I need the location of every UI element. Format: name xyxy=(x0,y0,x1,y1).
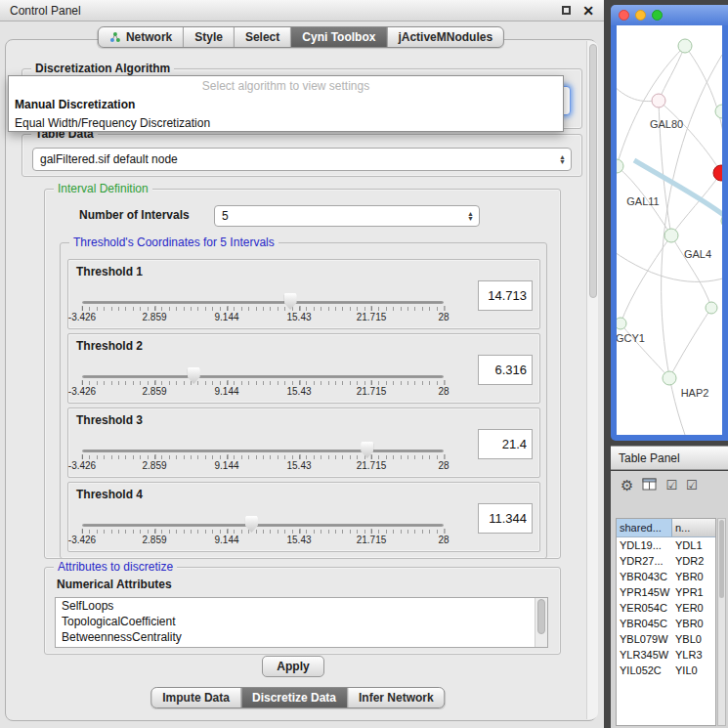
tick-label: -3.426 xyxy=(68,386,96,397)
slider-minor-ticks xyxy=(82,307,444,311)
dropdown-option-manual-discretization[interactable]: Manual Discretization xyxy=(9,95,563,113)
attributes-list-scrollbar[interactable] xyxy=(535,598,547,647)
minimize-traffic-light-icon[interactable] xyxy=(635,10,646,21)
tick-label: 28 xyxy=(438,535,449,545)
threshold-2-value-field[interactable] xyxy=(478,355,533,385)
close-icon[interactable]: ✕ xyxy=(582,4,594,18)
threshold-4-slider[interactable]: -3.426 2.859 9.144 15.43 21.715 28 xyxy=(82,520,444,547)
node-label-gal11: GAL11 xyxy=(626,195,659,207)
table-row[interactable]: YIL052C YIL0 xyxy=(617,663,715,678)
tick-label: 2.859 xyxy=(142,386,166,397)
tick-label: 15.43 xyxy=(286,386,311,397)
zoom-traffic-light-icon[interactable] xyxy=(652,10,663,21)
window-title: Control Panel xyxy=(10,4,81,18)
panel-scrollbar[interactable] xyxy=(586,41,598,719)
table-row[interactable]: YPR145W YPR1 xyxy=(617,584,715,600)
column-header-shared-name[interactable]: shared... xyxy=(617,519,672,536)
list-item-selfloops[interactable]: SelfLoops xyxy=(56,598,547,614)
tab-network[interactable]: Network xyxy=(99,27,183,47)
apply-button[interactable]: Apply xyxy=(262,656,324,677)
cell-shared-name: YDR27... xyxy=(617,555,672,567)
table-row[interactable]: YER054C YER0 xyxy=(617,600,715,616)
tick-label: 9.144 xyxy=(214,460,238,471)
tick-label: 28 xyxy=(438,460,449,471)
threshold-2-label: Threshold 2 xyxy=(76,339,143,353)
table-scrollbar[interactable] xyxy=(717,518,726,726)
attributes-scrollbar-thumb[interactable] xyxy=(537,599,545,634)
tab-impute-data[interactable]: Impute Data xyxy=(151,688,240,707)
network-node[interactable] xyxy=(706,302,717,314)
cell-name: YDL1 xyxy=(672,539,715,551)
table-data-combobox[interactable]: galFiltered.sif default node ▲▼ xyxy=(32,148,572,171)
number-of-intervals-combobox[interactable]: 5 ▲▼ xyxy=(214,205,480,227)
list-item-topologicalcoefficient[interactable]: TopologicalCoefficient xyxy=(56,614,547,629)
table-row[interactable]: YBR043C YBR0 xyxy=(617,569,715,584)
table-row[interactable]: YDR27... YDR2 xyxy=(617,553,715,569)
tab-discretize-data[interactable]: Discretize Data xyxy=(240,688,347,707)
tick-label: 2.859 xyxy=(142,535,166,545)
tab-discretize-data-label: Discretize Data xyxy=(252,691,336,705)
slider-track xyxy=(82,375,444,378)
dropdown-option-equal-width[interactable]: Equal Width/Frequency Discretization xyxy=(9,113,563,132)
tick-label: 21.715 xyxy=(357,312,387,322)
panel-scrollbar-thumb[interactable] xyxy=(589,44,597,298)
slider-track xyxy=(82,301,444,304)
tick-label: 21.715 xyxy=(357,386,387,397)
network-node[interactable] xyxy=(652,94,665,107)
threshold-4-value-field[interactable] xyxy=(478,503,533,534)
threshold-2-panel: Threshold 2 -3.426 2.859 9.144 15.43 21.… xyxy=(67,333,540,404)
close-traffic-light-icon[interactable] xyxy=(619,10,629,21)
tab-cyni-toolbox-label: Cyni Toolbox xyxy=(302,30,375,44)
threshold-3-slider[interactable]: -3.426 2.859 9.144 15.43 21.715 28 xyxy=(82,446,444,473)
column-header-name[interactable]: n... xyxy=(672,519,715,536)
threshold-3-value-field[interactable] xyxy=(478,429,533,459)
table-header-row: shared... n... xyxy=(617,519,715,537)
tick-label: -3.426 xyxy=(68,535,96,545)
cell-shared-name: YBR043C xyxy=(617,571,672,582)
gear-icon[interactable]: ⚙ xyxy=(621,478,633,492)
columns-icon[interactable] xyxy=(642,478,657,492)
columns-icon-glyph xyxy=(642,478,657,491)
cyni-bottom-tabbar: Impute Data Discretize Data Infer Networ… xyxy=(150,687,445,708)
threshold-1-slider[interactable]: -3.426 2.859 9.144 15.43 21.715 28 xyxy=(82,297,444,324)
highlighted-network-node[interactable] xyxy=(713,165,722,181)
slider-track xyxy=(82,450,444,452)
select-all-checkbox-icon[interactable]: ☑ xyxy=(665,479,677,492)
tab-style[interactable]: Style xyxy=(183,27,234,47)
network-canvas[interactable]: GAL80 GAL11 GAL4 GCY1 HAP2 xyxy=(617,25,722,435)
table-data-group: Table Data galFiltered.sif default node … xyxy=(21,134,582,177)
network-node[interactable] xyxy=(664,229,678,242)
table-row[interactable]: YBL079W YBL0 xyxy=(617,631,715,647)
list-item-betweennesscentrality[interactable]: BetweennessCentrality xyxy=(56,629,547,645)
number-of-intervals-value: 5 xyxy=(222,209,229,223)
table-toolbar: ⚙ ☑ ☑ xyxy=(621,478,698,492)
attributes-group: Attributes to discretize Numerical Attri… xyxy=(44,567,561,655)
network-node[interactable] xyxy=(663,371,676,385)
network-graph: GAL80 GAL11 GAL4 GCY1 HAP2 xyxy=(617,25,722,435)
numerical-attributes-list[interactable]: SelfLoops TopologicalCoefficient Between… xyxy=(55,597,548,648)
tick-label: 2.859 xyxy=(142,460,166,471)
table-row[interactable]: YLR345W YLR3 xyxy=(617,647,715,663)
network-node[interactable] xyxy=(678,39,692,53)
tab-jactivemnodules[interactable]: jActiveMNodules xyxy=(386,27,503,47)
threshold-3-panel: Threshold 3 -3.426 2.859 9.144 15.43 21.… xyxy=(67,407,540,478)
table-scrollbar-thumb[interactable] xyxy=(719,520,724,598)
network-window-titlebar xyxy=(611,5,728,25)
tab-select[interactable]: Select xyxy=(234,27,290,47)
node-table[interactable]: shared... n... YDL19... YDL1 YDR27... YD… xyxy=(616,518,716,726)
tick-label: 9.144 xyxy=(214,535,238,545)
network-node[interactable] xyxy=(617,318,626,329)
tab-infer-network[interactable]: Infer Network xyxy=(347,688,445,707)
select-column-checkbox-icon[interactable]: ☑ xyxy=(686,479,698,492)
table-row[interactable]: YDL19... YDL1 xyxy=(617,537,715,553)
table-panel-header: Table Panel xyxy=(611,446,728,470)
cell-name: YDR2 xyxy=(672,555,715,567)
float-window-icon[interactable] xyxy=(562,6,571,15)
tick-label: 28 xyxy=(438,312,449,322)
tab-cyni-toolbox[interactable]: Cyni Toolbox xyxy=(290,27,386,47)
table-row[interactable]: YBR045C YBR0 xyxy=(617,616,715,631)
threshold-2-slider[interactable]: -3.426 2.859 9.144 15.43 21.715 28 xyxy=(82,371,444,399)
control-panel-window: Control Panel ✕ Network Style Select Cyn… xyxy=(0,0,604,728)
tab-network-label: Network xyxy=(126,30,172,44)
threshold-1-value-field[interactable] xyxy=(478,280,533,311)
